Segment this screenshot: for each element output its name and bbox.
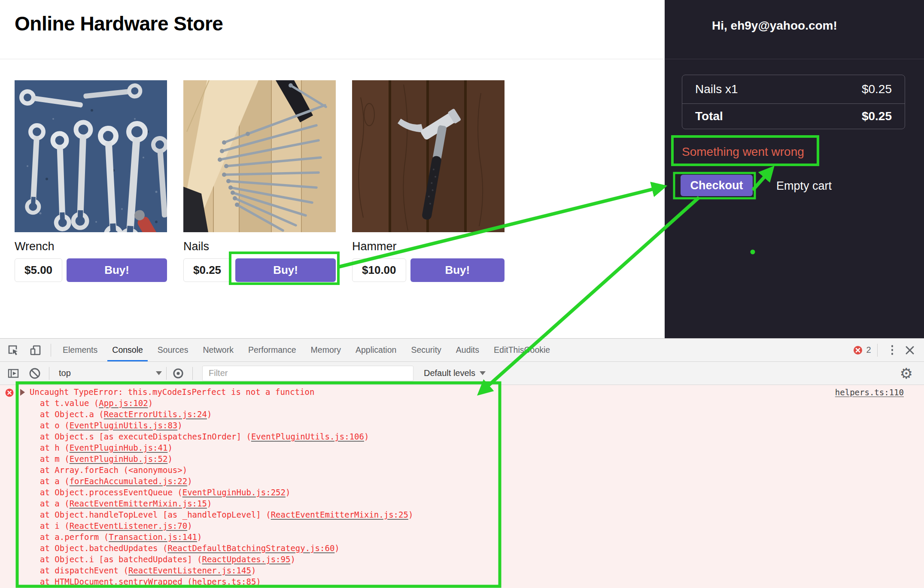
product-name: Hammer xyxy=(352,240,505,253)
console-location-link[interactable]: helpers.ts:110 xyxy=(835,388,904,397)
buy-button-wrench[interactable]: Buy! xyxy=(67,258,167,282)
stack-frame: at o (EventPluginUtils.js:83) xyxy=(20,420,413,431)
error-badge-icon xyxy=(853,346,863,355)
product-image xyxy=(352,80,505,232)
buy-button-nails[interactable]: Buy! xyxy=(235,258,336,282)
stack-file-link[interactable]: EventPluginHub.js:52 xyxy=(70,454,168,464)
stack-frame: at a.perform (Transaction.js:141) xyxy=(20,531,413,543)
clear-console-icon[interactable] xyxy=(27,366,42,381)
tab-editthiscookie[interactable]: EditThisCookie xyxy=(486,339,557,361)
inspect-icon[interactable] xyxy=(6,343,21,358)
stack-file-link[interactable]: ReactEventListener.js:70 xyxy=(70,521,188,530)
stack-frame: at h (EventPluginHub.js:41) xyxy=(20,442,413,453)
context-value: top xyxy=(59,368,71,378)
product-card-wrench: Wrench $5.00 Buy! xyxy=(15,80,167,282)
store-main: Online Hardware Store xyxy=(0,0,665,338)
toolbar-divider-2 xyxy=(166,367,167,380)
stack-file-link[interactable]: EventPluginHub.js:252 xyxy=(182,488,286,497)
expand-triangle-icon[interactable] xyxy=(20,389,25,396)
product-image xyxy=(183,80,336,232)
default-levels-dropdown[interactable]: Default levels xyxy=(424,368,486,378)
context-selector[interactable]: top xyxy=(54,366,166,381)
product-card-nails: Nails $0.25 Buy! xyxy=(183,80,336,282)
header-divider xyxy=(0,59,665,59)
product-price: $0.25 xyxy=(183,258,231,282)
chevron-down-icon xyxy=(156,371,162,375)
tab-elements[interactable]: Elements xyxy=(55,339,105,361)
tab-memory[interactable]: Memory xyxy=(304,339,348,361)
product-price: $5.00 xyxy=(15,258,62,282)
stack-frame: at a (ReactEventEmitterMixin.js:15) xyxy=(20,498,413,509)
chevron-down-icon xyxy=(480,371,486,375)
product-name: Nails xyxy=(183,240,336,253)
stack-frame: at Object.s [as executeDispatchesInOrder… xyxy=(20,431,413,442)
stack-frame: at Object.a (ReactErrorUtils.js:24) xyxy=(20,409,413,420)
stack-frame: at Object.batchedUpdates (ReactDefaultBa… xyxy=(20,543,413,554)
stack-file-link[interactable]: ReactErrorUtils.js:24 xyxy=(104,409,207,419)
stack-file-link[interactable]: EventPluginUtils.js:83 xyxy=(70,421,178,430)
stack-file-link[interactable]: App.js:102 xyxy=(99,398,148,408)
tab-security[interactable]: Security xyxy=(404,339,448,361)
cart-row-nails-x1: Nails x1$0.25 xyxy=(682,75,905,103)
stack-frame: at HTMLDocument.sentryWrapped (helpers.t… xyxy=(20,576,413,587)
stack-file-link[interactable]: forEachAccumulated.js:22 xyxy=(70,476,188,486)
tabbar-right-controls: 2 xyxy=(853,343,924,358)
hammer-photo xyxy=(352,80,505,232)
stack-frame: at a (forEachAccumulated.js:22) xyxy=(20,476,413,487)
stack-frame: at Object.processEventQueue (EventPlugin… xyxy=(20,487,413,498)
product-name: Wrench xyxy=(15,240,167,253)
filter-input[interactable] xyxy=(202,366,413,381)
stack-file-link[interactable]: ReactDefaultBatchingStrategy.js:60 xyxy=(167,543,334,553)
cart-summary: Nails x1$0.25Total$0.25 xyxy=(682,75,905,129)
checkout-error-text: Something went wrong xyxy=(682,145,804,159)
eye-icon[interactable] xyxy=(171,366,185,381)
stack-file-link[interactable]: ReactEventEmitterMixin.js:25 xyxy=(271,510,408,519)
device-toolbar-icon[interactable] xyxy=(28,343,43,358)
cart-row-total: Total$0.25 xyxy=(682,103,905,129)
console-error-row[interactable]: Uncaught TypeError: this.myCodeIsPerfect… xyxy=(20,386,413,397)
gear-icon[interactable]: ⚙ xyxy=(900,366,913,381)
console-toolbar: top Default levels ⚙ xyxy=(0,362,924,385)
tab-sources[interactable]: Sources xyxy=(150,339,196,361)
tab-console[interactable]: Console xyxy=(105,339,150,361)
tabbar-divider xyxy=(51,344,51,357)
close-icon[interactable] xyxy=(903,343,917,358)
stack-file-link[interactable]: EventPluginHub.js:41 xyxy=(70,443,168,452)
user-greeting: Hi, eh9y@yahoo.com! xyxy=(712,19,837,33)
empty-cart-button[interactable]: Empty cart xyxy=(776,179,832,193)
devtools-tabs: ElementsConsoleSourcesNetworkPerformance… xyxy=(55,339,557,361)
stack-file-link[interactable]: Transaction.js:141 xyxy=(109,532,197,542)
toolbar-divider-3 xyxy=(192,367,193,380)
tab-performance[interactable]: Performance xyxy=(241,339,304,361)
stack-frame: at Array.forEach (<anonymous>) xyxy=(20,464,413,476)
checkout-button[interactable]: Checkout xyxy=(681,175,753,196)
buy-button-hammer[interactable]: Buy! xyxy=(410,258,505,282)
stack-file-link[interactable]: helpers.ts:85 xyxy=(192,577,256,586)
product-image xyxy=(15,80,167,232)
page-title: Online Hardware Store xyxy=(15,12,223,35)
tab-application[interactable]: Application xyxy=(348,339,404,361)
toolbar-divider-1 xyxy=(49,367,49,380)
stack-file-link[interactable]: EventPluginUtils.js:106 xyxy=(251,432,364,441)
devtools-tabbar: ElementsConsoleSourcesNetworkPerformance… xyxy=(0,338,924,362)
stack-frame: at dispatchEvent (ReactEventListener.js:… xyxy=(20,565,413,576)
levels-value: Default levels xyxy=(424,368,475,378)
cart-sidebar: Hi, eh9y@yahoo.com! Nails x1$0.25Total$0… xyxy=(665,0,924,338)
sidebar-divider xyxy=(665,59,924,59)
error-count: 2 xyxy=(866,345,871,355)
tab-network[interactable]: Network xyxy=(195,339,241,361)
console-error-block: Uncaught TypeError: this.myCodeIsPerfect… xyxy=(20,386,413,587)
tab-audits[interactable]: Audits xyxy=(449,339,486,361)
nails-photo xyxy=(183,80,336,232)
tabbar-divider-2 xyxy=(877,344,878,357)
stack-file-link[interactable]: ReactEventListener.js:145 xyxy=(128,566,251,575)
stack-frame: at Object.handleTopLevel [as _handleTopL… xyxy=(20,509,413,520)
console-sidebar-icon[interactable] xyxy=(6,366,21,381)
stack-file-link[interactable]: ReactEventEmitterMixin.js:15 xyxy=(70,499,207,508)
stack-file-link[interactable]: ReactUpdates.js:95 xyxy=(202,555,291,564)
product-card-hammer: Hammer $10.00 Buy! xyxy=(352,80,505,282)
stack-frame: at i (ReactEventListener.js:70) xyxy=(20,520,413,531)
kebab-menu-icon[interactable] xyxy=(888,343,897,357)
error-count-badge[interactable]: 2 xyxy=(853,345,871,355)
product-grid: Wrench $5.00 Buy! xyxy=(15,80,505,282)
